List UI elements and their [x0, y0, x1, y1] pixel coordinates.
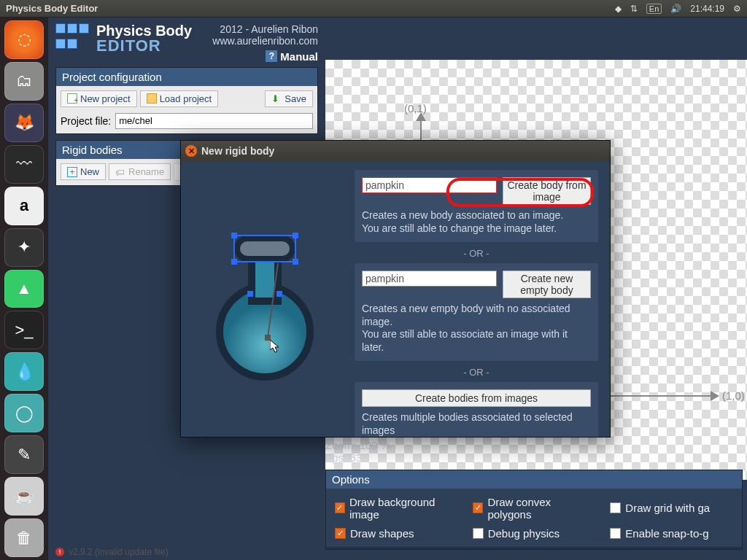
- launcher-amarok[interactable]: a: [4, 187, 44, 225]
- new-body-label: New: [80, 166, 99, 177]
- launcher-firefox[interactable]: 🦊: [4, 104, 44, 142]
- create-from-image-button[interactable]: Create body from image: [503, 177, 591, 205]
- dialog-close-button[interactable]: ✕: [185, 145, 197, 157]
- keyboard-lang[interactable]: En: [646, 4, 662, 14]
- option-debug-physics-label: Debug physics: [488, 527, 560, 540]
- rename-body-label: Rename: [128, 166, 164, 177]
- manual-button[interactable]: ? Manual: [266, 50, 318, 63]
- launcher-app-blue[interactable]: 💧: [4, 352, 44, 391]
- app-logo-icon: [55, 23, 92, 52]
- svg-rect-2: [237, 238, 293, 259]
- help-icon: ?: [266, 50, 277, 62]
- save-project-button[interactable]: ⬇ Save: [265, 90, 313, 107]
- option-draw-grid[interactable]: Draw grid with ga: [610, 494, 733, 522]
- app-meta: 2012 - Aurelien Ribon www.aurelienribon.…: [212, 23, 318, 63]
- zoom-readout: Zoom: 100 %: [325, 439, 390, 451]
- desc2a: Creates a new empty body with no associa…: [362, 303, 591, 328]
- flask-preview-icon: [206, 215, 323, 383]
- checkbox-icon: [473, 502, 484, 513]
- session-icon[interactable]: ⚙: [733, 4, 741, 14]
- option-draw-bg[interactable]: Draw background image: [335, 494, 458, 522]
- x-axis-arrowhead-icon: [711, 391, 719, 401]
- body-name-input-2[interactable]: [362, 271, 497, 287]
- dialog-titlebar[interactable]: ✕ New rigid body: [181, 141, 610, 161]
- desc2b: You are still able to associate an image…: [362, 328, 591, 354]
- plus-icon: +: [67, 167, 77, 177]
- launcher-android-studio[interactable]: ▲: [4, 270, 44, 308]
- option-from-image: Create body from image Creates a new bod…: [355, 170, 598, 242]
- new-project-label: New project: [80, 93, 131, 104]
- app-header: Physics Body EDITOR 2012 - Aurelien Ribo…: [55, 18, 318, 67]
- launcher-java[interactable]: ☕: [4, 477, 44, 516]
- app-title-line1: Physics Body: [96, 23, 192, 38]
- create-from-images-button[interactable]: Create bodies from images: [362, 389, 591, 407]
- svg-rect-9: [276, 291, 282, 297]
- option-draw-bg-label: Draw background image: [349, 496, 458, 521]
- project-file-input[interactable]: [115, 113, 313, 129]
- project-config-section: Project configuration + New project Load…: [55, 67, 318, 134]
- launcher-editor[interactable]: ✎: [4, 435, 44, 474]
- option-multi-images: Create bodies from images Creates multip…: [355, 382, 598, 437]
- create-empty-body-button[interactable]: Create new empty body: [503, 271, 591, 298]
- mouse-cursor-icon: [270, 340, 282, 354]
- option-empty-desc: Creates a new empty body with no associa…: [362, 303, 591, 354]
- checkbox-icon: [610, 528, 621, 539]
- status-text: v2.9.2 (invalid update file): [69, 547, 169, 557]
- option-snap[interactable]: Enable snap-to-g: [610, 526, 733, 542]
- system-tray: ◆ ⇅ En 🔊 21:44:19 ⚙: [615, 4, 741, 14]
- axis-label-x: (1,0): [722, 389, 745, 402]
- load-project-label: Load project: [160, 93, 212, 104]
- option-multi-desc: Creates multiple bodies associated to se…: [362, 411, 591, 437]
- launcher-terminal[interactable]: >_: [4, 311, 44, 349]
- launcher-inkscape[interactable]: ✦: [4, 228, 44, 267]
- launcher-dash[interactable]: ◌: [4, 20, 44, 59]
- new-rigid-body-dialog: ✕ New rigid body: [180, 140, 611, 438]
- option-draw-shapes-label: Draw shapes: [350, 527, 414, 540]
- desc1a: Creates a new body associated to an imag…: [362, 209, 591, 222]
- canvas-stats: Zoom: 100 % Fps: 63: [325, 439, 390, 464]
- new-body-button[interactable]: + New: [61, 163, 106, 180]
- launcher-chromium[interactable]: ◯: [4, 394, 44, 432]
- checkbox-icon: [335, 528, 346, 539]
- desc1b: You are still able to change the image l…: [362, 222, 591, 236]
- or-separator-1: - OR -: [355, 248, 598, 259]
- new-file-icon: +: [67, 93, 77, 104]
- unity-launcher: ◌ 🗂 🦊 〰 a ✦ ▲ >_ 💧 ◯ ✎ ☕ 🗑: [0, 18, 48, 560]
- svg-marker-12: [270, 340, 279, 352]
- svg-rect-7: [293, 259, 298, 265]
- app-url: www.aurelienribon.com: [212, 35, 318, 47]
- option-from-image-desc: Creates a new body associated to an imag…: [362, 209, 591, 235]
- checkbox-icon: [473, 528, 484, 539]
- body-name-input-1[interactable]: [362, 177, 497, 193]
- manual-label: Manual: [280, 50, 318, 63]
- svg-rect-8: [247, 291, 253, 297]
- new-project-button[interactable]: + New project: [61, 90, 137, 107]
- launcher-files[interactable]: 🗂: [4, 62, 44, 101]
- clock[interactable]: 21:44:19: [690, 4, 724, 14]
- folder-open-icon: [147, 93, 157, 104]
- dropbox-icon[interactable]: ◆: [615, 4, 622, 14]
- option-draw-convex[interactable]: Draw convex polygons: [473, 494, 596, 522]
- option-draw-shapes[interactable]: Draw shapes: [335, 526, 458, 542]
- svg-rect-4: [231, 233, 237, 238]
- fps-readout: Fps: 63: [325, 451, 390, 464]
- project-file-label: Project file:: [61, 115, 111, 127]
- options-header: Options: [326, 470, 742, 489]
- network-icon[interactable]: ⇅: [630, 4, 638, 14]
- option-empty-body: Create new empty body Creates a new empt…: [355, 263, 598, 361]
- save-icon: ⬇: [271, 93, 282, 104]
- app-title: Physics Body EDITOR: [96, 23, 192, 54]
- dialog-options: Create body from image Creates a new bod…: [349, 161, 610, 437]
- volume-icon[interactable]: 🔊: [670, 4, 681, 14]
- save-project-label: Save: [285, 93, 306, 104]
- checkbox-icon: [335, 502, 345, 513]
- launcher-trash[interactable]: 🗑: [4, 518, 44, 557]
- svg-rect-6: [231, 259, 237, 265]
- option-debug-physics[interactable]: Debug physics: [473, 526, 596, 542]
- option-draw-grid-label: Draw grid with ga: [625, 502, 710, 514]
- dialog-preview: [181, 161, 349, 437]
- launcher-system-monitor[interactable]: 〰: [4, 145, 44, 184]
- load-project-button[interactable]: Load project: [140, 90, 219, 107]
- option-snap-label: Enable snap-to-g: [625, 527, 708, 540]
- rename-body-button[interactable]: 🏷 Rename: [109, 163, 171, 180]
